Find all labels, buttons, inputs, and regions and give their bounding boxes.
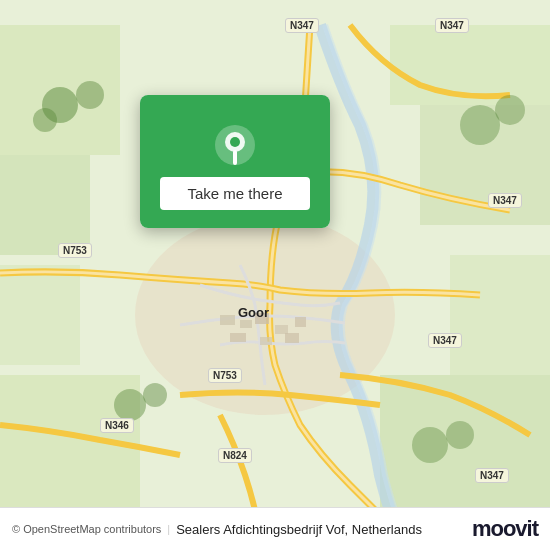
road-label-n347-right: N347: [488, 193, 522, 208]
svg-point-14: [495, 95, 525, 125]
svg-point-15: [114, 389, 146, 421]
svg-rect-23: [295, 317, 306, 327]
svg-rect-6: [380, 375, 550, 525]
svg-rect-25: [260, 337, 272, 345]
road-label-n753-bottom: N753: [208, 368, 242, 383]
moovit-logo: moovit: [472, 516, 538, 542]
svg-rect-2: [0, 155, 90, 255]
road-label-n347-bottomright: N347: [428, 333, 462, 348]
svg-rect-7: [0, 265, 80, 365]
road-label-n346: N346: [100, 418, 134, 433]
svg-point-29: [230, 137, 240, 147]
road-label-n347-top: N347: [285, 18, 319, 33]
popup-card: Take me there: [140, 95, 330, 228]
moovit-text: moovit: [472, 516, 538, 542]
svg-point-17: [412, 427, 448, 463]
svg-point-18: [446, 421, 474, 449]
map-container: N347 N347 N347 N347 N347 N753 N753 N346 …: [0, 0, 550, 550]
svg-rect-19: [220, 315, 235, 325]
svg-rect-22: [275, 325, 288, 334]
location-pin-icon: [213, 123, 257, 167]
town-label: Goor: [238, 305, 269, 320]
svg-point-13: [460, 105, 500, 145]
svg-rect-24: [230, 333, 246, 342]
svg-point-11: [76, 81, 104, 109]
map-background: [0, 0, 550, 550]
svg-point-16: [143, 383, 167, 407]
svg-rect-26: [285, 333, 299, 343]
popup-green-section: Take me there: [140, 95, 330, 228]
take-me-there-button[interactable]: Take me there: [160, 177, 310, 210]
svg-rect-20: [240, 320, 252, 328]
svg-point-12: [33, 108, 57, 132]
road-label-n347-topright: N347: [435, 18, 469, 33]
osm-attribution: © OpenStreetMap contributors: [12, 523, 161, 535]
bottom-bar: © OpenStreetMap contributors | Sealers A…: [0, 507, 550, 550]
svg-rect-8: [450, 255, 550, 375]
road-label-n347-bottomfar: N347: [475, 468, 509, 483]
bottom-left-section: © OpenStreetMap contributors | Sealers A…: [12, 522, 422, 537]
place-name: Sealers Afdichtingsbedrijf Vof, Netherla…: [176, 522, 422, 537]
road-label-n824: N824: [218, 448, 252, 463]
road-label-n753-left: N753: [58, 243, 92, 258]
